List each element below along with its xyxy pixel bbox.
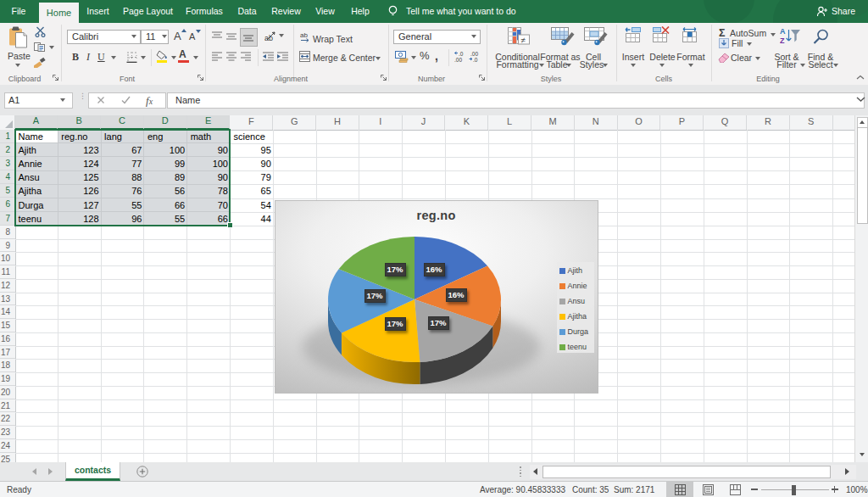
svg-text:.00: .00 [470,51,478,57]
svg-text:.0: .0 [473,57,478,63]
svg-text:ab: ab [300,31,308,39]
svg-text:.0: .0 [459,51,464,57]
svg-text:≠: ≠ [521,36,526,45]
svg-text:.00: .00 [454,57,462,63]
svg-text:A: A [780,27,786,36]
svg-text:Z: Z [780,36,785,44]
